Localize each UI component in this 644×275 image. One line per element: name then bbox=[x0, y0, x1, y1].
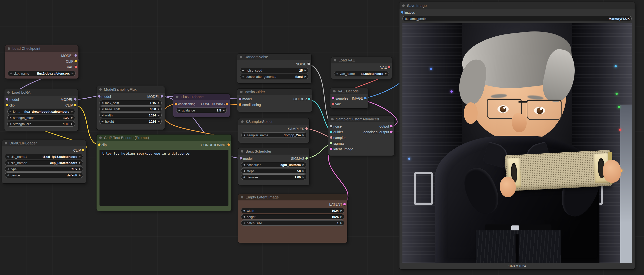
output-slot-guider[interactable] bbox=[308, 98, 310, 100]
right-arrow-icon[interactable]: ▶ bbox=[340, 214, 342, 219]
node-basic-guider[interactable]: BasicGuider modelGUIDER conditioning bbox=[237, 89, 312, 112]
left-arrow-icon[interactable]: ◀ bbox=[7, 166, 9, 171]
right-arrow-icon[interactable]: ▶ bbox=[72, 71, 74, 76]
right-arrow-icon[interactable]: ▶ bbox=[71, 115, 73, 120]
collapse-dot-icon[interactable] bbox=[176, 96, 178, 98]
node-title-bar[interactable]: Load LoRA bbox=[4, 89, 78, 96]
widget-vae-name[interactable]: ◀vae_nameae.safetensors▶ bbox=[334, 71, 389, 76]
node-title-bar[interactable]: ModelSamplingFlux bbox=[96, 86, 164, 93]
widget-base-shift[interactable]: ◀base_shift0.50▶ bbox=[100, 106, 162, 112]
node-title-bar[interactable]: SamplerCustomAdvanced bbox=[328, 116, 394, 122]
node-sampler-custom-advanced[interactable]: SamplerCustomAdvanced noiseoutput guider… bbox=[328, 116, 394, 156]
widget-control-after-generate[interactable]: ◀control after generatefixed▶ bbox=[240, 74, 308, 79]
left-arrow-icon[interactable]: ◀ bbox=[242, 68, 244, 73]
widget-strength-model[interactable]: ◀strength_model1.00▶ bbox=[8, 115, 75, 120]
prompt-text-input[interactable]: tjtoy toy holding sparkgpu gpu in a data… bbox=[100, 150, 228, 206]
left-arrow-icon[interactable]: ◀ bbox=[243, 214, 245, 219]
output-slot-vae[interactable] bbox=[388, 66, 390, 68]
output-slot-image[interactable] bbox=[364, 97, 366, 99]
widget-noise-seed[interactable]: ◀noise_seed25▶ bbox=[240, 68, 308, 73]
input-slot-latent-image[interactable] bbox=[330, 148, 332, 150]
left-arrow-icon[interactable]: ◀ bbox=[102, 100, 104, 105]
left-arrow-icon[interactable]: ◀ bbox=[243, 220, 245, 225]
collapse-dot-icon[interactable] bbox=[241, 150, 243, 153]
widget-max-shift[interactable]: ◀max_shift1.15▶ bbox=[100, 100, 162, 106]
node-title-bar[interactable]: RandomNoise bbox=[237, 54, 311, 60]
widget-denoise[interactable]: ◀denoise1.00▶ bbox=[241, 174, 306, 180]
node-title-bar[interactable]: Save Image bbox=[400, 2, 634, 10]
node-title-bar[interactable]: CLIP Text Encode (Prompt) bbox=[96, 135, 232, 141]
widget-width[interactable]: ◀width1024▶ bbox=[100, 113, 162, 118]
widget-clip-name2[interactable]: ◀clip_name2clip_l.safetensors▶ bbox=[5, 160, 83, 165]
right-arrow-icon[interactable]: ▶ bbox=[79, 166, 81, 171]
right-arrow-icon[interactable]: ▶ bbox=[158, 107, 160, 112]
right-arrow-icon[interactable]: ▶ bbox=[79, 160, 81, 165]
node-title-bar[interactable]: BasicScheduler bbox=[238, 148, 310, 155]
left-arrow-icon[interactable]: ◀ bbox=[10, 71, 12, 76]
collapse-dot-icon[interactable] bbox=[402, 5, 405, 7]
widget-ckpt-name[interactable]: ◀ckpt_nameflux1-dev.safetensors▶ bbox=[8, 71, 76, 76]
node-flux-guidance[interactable]: FluxGuidance conditioningCONDITIONING ◀g… bbox=[173, 94, 230, 117]
left-arrow-icon[interactable]: ◀ bbox=[243, 175, 245, 180]
collapse-dot-icon[interactable] bbox=[334, 59, 336, 62]
node-save-image[interactable]: Save Image images filename_prefixMarkury… bbox=[400, 2, 634, 269]
node-clip-text-encode[interactable]: CLIP Text Encode (Prompt) clipCONDITIONI… bbox=[96, 135, 232, 211]
node-dual-clip-loader[interactable]: DualCLIPLoader CLIP ◀clip_name1t5xxl_fp1… bbox=[2, 140, 86, 183]
left-arrow-icon[interactable]: ◀ bbox=[10, 121, 12, 126]
left-arrow-icon[interactable]: ◀ bbox=[102, 107, 104, 112]
widget-filename-prefix[interactable]: filename_prefixMarkuryFLUX bbox=[402, 16, 632, 21]
node-model-sampling-flux[interactable]: ModelSamplingFlux modelMODEL ◀max_shift1… bbox=[96, 86, 164, 130]
collapse-dot-icon[interactable] bbox=[240, 56, 242, 58]
output-slot-clip[interactable] bbox=[82, 149, 84, 151]
output-slot-vae[interactable] bbox=[74, 66, 77, 68]
output-slot-clip[interactable] bbox=[74, 104, 76, 106]
input-slot-samples[interactable] bbox=[332, 97, 334, 99]
input-slot-model[interactable] bbox=[240, 157, 242, 160]
left-arrow-icon[interactable]: ◀ bbox=[243, 208, 245, 213]
node-title-bar[interactable]: DualCLIPLoader bbox=[2, 140, 86, 146]
widget-clip-name1[interactable]: ◀clip_name1t5xxl_fp16.safetensors▶ bbox=[5, 154, 83, 159]
right-arrow-icon[interactable]: ▶ bbox=[158, 113, 160, 118]
output-slot-clip[interactable] bbox=[74, 60, 77, 63]
node-load-vae[interactable]: Load VAE VAE ◀vae_nameae.safetensors▶ bbox=[331, 57, 392, 79]
left-arrow-icon[interactable]: ◀ bbox=[243, 162, 245, 167]
left-arrow-icon[interactable]: ◀ bbox=[7, 173, 9, 178]
widget-sampler-name[interactable]: ◀sampler_namedpmpp_2m▶ bbox=[241, 132, 306, 138]
right-arrow-icon[interactable]: ▶ bbox=[340, 220, 342, 225]
widget-device[interactable]: ◀devicedefault▶ bbox=[5, 172, 83, 178]
input-slot-images[interactable] bbox=[401, 11, 404, 14]
right-arrow-icon[interactable]: ▶ bbox=[79, 154, 81, 159]
collapse-dot-icon[interactable] bbox=[99, 88, 102, 91]
node-empty-latent-image[interactable]: Empty Latent Image LATENT ◀width1024▶ ◀h… bbox=[238, 194, 347, 243]
right-arrow-icon[interactable]: ▶ bbox=[158, 119, 160, 124]
output-slot-conditioning[interactable] bbox=[226, 103, 228, 105]
output-slot-denoised-output[interactable] bbox=[390, 131, 392, 133]
node-title-bar[interactable]: FluxGuidance bbox=[173, 94, 230, 100]
collapse-dot-icon[interactable] bbox=[333, 90, 336, 92]
node-title-bar[interactable]: Empty Latent Image bbox=[238, 194, 347, 200]
node-title-bar[interactable]: KSamplerSelect bbox=[238, 118, 310, 125]
collapse-dot-icon[interactable] bbox=[331, 118, 334, 120]
left-arrow-icon[interactable]: ◀ bbox=[7, 160, 9, 165]
left-arrow-icon[interactable]: ◀ bbox=[10, 115, 12, 120]
left-arrow-icon[interactable]: ◀ bbox=[102, 119, 104, 124]
widget-guidance[interactable]: ◀guidance3.5▶ bbox=[176, 108, 227, 113]
output-slot-noise[interactable] bbox=[308, 63, 310, 65]
input-slot-vae[interactable] bbox=[332, 103, 334, 105]
widget-lora-name[interactable]: ◀lor ...flux_dreambooth.safetensors▶ bbox=[8, 109, 75, 114]
left-arrow-icon[interactable]: ◀ bbox=[178, 108, 180, 113]
widget-width[interactable]: ◀width1024▶ bbox=[241, 208, 344, 213]
output-slot-model[interactable] bbox=[161, 95, 163, 98]
output-slot-sampler[interactable] bbox=[306, 127, 308, 130]
output-slot-latent[interactable] bbox=[343, 203, 346, 205]
input-slot-model[interactable] bbox=[239, 98, 241, 100]
right-arrow-icon[interactable]: ▶ bbox=[304, 74, 306, 79]
widget-type[interactable]: ◀typeflux▶ bbox=[5, 166, 83, 172]
node-load-checkpoint[interactable]: Load Checkpoint MODEL CLIP VAE ◀ckpt_nam… bbox=[5, 45, 78, 79]
node-basic-scheduler[interactable]: BasicScheduler modelSIGMAS ◀schedulersgm… bbox=[238, 148, 310, 185]
input-slot-clip[interactable] bbox=[98, 143, 100, 146]
right-arrow-icon[interactable]: ▶ bbox=[302, 175, 304, 180]
left-arrow-icon[interactable]: ◀ bbox=[243, 168, 245, 173]
widget-height[interactable]: ◀height1024▶ bbox=[241, 214, 344, 219]
output-slot-output[interactable] bbox=[390, 125, 392, 127]
